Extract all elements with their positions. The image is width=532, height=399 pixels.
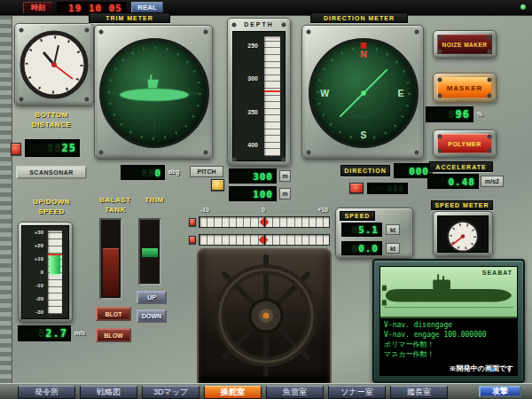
- speed-label: SPEED: [340, 211, 375, 221]
- tab-sonar-room[interactable]: ソナー室: [328, 386, 386, 399]
- depth-target-display: 888 300: [229, 168, 277, 184]
- speed-target-value: 5.1: [358, 224, 379, 236]
- masker-button[interactable]: MASKER: [437, 77, 492, 98]
- trim-meter-scope: [99, 38, 209, 148]
- updown-strip: [47, 230, 63, 315]
- rudder-scale-label: 0: [262, 207, 265, 213]
- trim-down-button[interactable]: DOWN: [137, 309, 167, 323]
- trim-tank-label: TRIM: [140, 195, 168, 205]
- speed-target-unit: kt: [386, 224, 400, 235]
- updown-scale: +30+20+100-10-20-30: [24, 230, 43, 315]
- accelerate-value: 0.48: [449, 176, 476, 187]
- polymer-button[interactable]: POLYMER: [437, 134, 492, 153]
- analog-clock: [18, 27, 90, 103]
- monitor-log-line: ポリマー作動！: [384, 340, 515, 349]
- depth-current-display: 888 100: [229, 186, 277, 201]
- monitor-sub-view: SEABAT: [380, 267, 517, 318]
- ballast-tank-label: BALAST TANK: [92, 195, 138, 215]
- bottom-distance-label: BOTTOM DISTANCE: [11, 110, 92, 129]
- updown-label-line1: UP/DOWN: [11, 197, 92, 207]
- speed-panel: SPEED 88.8 5.1 kt 88.8 0.0 kt: [335, 207, 413, 259]
- bottom-distance-label-line2: DISTANCE: [11, 120, 92, 129]
- updown-scale-label: -10: [35, 283, 43, 288]
- rudder-gauge-2[interactable]: [199, 234, 330, 246]
- tab-captain-room[interactable]: 艦長室: [390, 386, 448, 399]
- direction-sub-display: 888: [367, 183, 408, 194]
- depth-current-unit: m: [279, 188, 291, 200]
- masker-panel: MASKER: [433, 73, 497, 103]
- led-ghost: 888: [387, 184, 404, 193]
- depth-scale-label: 300: [247, 75, 258, 82]
- compass-hub: [361, 90, 366, 96]
- steering-wheel[interactable]: [206, 254, 326, 383]
- depth-gauge-inner: 250300350400: [232, 31, 286, 161]
- direction-value: 000: [409, 165, 429, 176]
- pitch-display: 888 0: [121, 165, 165, 180]
- compass-display: N E S W: [311, 41, 416, 145]
- tab-command-room[interactable]: 発令所: [18, 386, 75, 399]
- updown-speed-gauge: +30+20+100-10-20-30: [18, 222, 73, 323]
- compass-north: N: [360, 50, 367, 59]
- masker-percent-unit: %: [477, 111, 482, 117]
- speed-target-display: 88.8 5.1: [341, 223, 382, 237]
- speed-meter-panel: [433, 211, 493, 257]
- scansonar-button[interactable]: SCANSONAR: [16, 166, 87, 179]
- speed-meter-gauge: [439, 217, 487, 253]
- trim-up-button[interactable]: UP: [137, 291, 167, 304]
- compass-east: E: [397, 89, 403, 98]
- updown-speed-display: 88.8 2.7: [18, 325, 71, 341]
- depth-target-unit: m: [279, 170, 291, 182]
- tab-strategy-map[interactable]: 戦略図: [80, 386, 137, 399]
- monitor-log: V-nav. disengageV-nav. engage 100.000000…: [384, 320, 515, 359]
- direction-meter-scope: N E S W: [309, 38, 419, 148]
- accelerate-label: ACCELERATE: [429, 161, 493, 172]
- submarine-cockpit-screen: 時刻 19 10 05 REAL BOTTOM DISTANCE 8888 25…: [0, 0, 532, 399]
- ballast-blot-button[interactable]: BLOT: [96, 307, 131, 321]
- updown-gauge-inner: +30+20+100-10-20-30: [21, 225, 69, 319]
- clock-hub: [51, 62, 57, 67]
- ballast-tank-meter: [99, 218, 122, 300]
- direction-meter-panel: N E S W: [301, 25, 424, 160]
- depth-indicator-button[interactable]: [211, 179, 224, 191]
- trim-tank-meter: [138, 218, 161, 286]
- updown-scale-label: +30: [35, 230, 43, 235]
- compass-west: W: [320, 89, 329, 98]
- pitch-unit: deg: [168, 168, 179, 175]
- tab-torpedo-room[interactable]: 魚雷室: [266, 386, 324, 399]
- attack-button[interactable]: 攻撃: [479, 386, 521, 397]
- rudder-indicator-2: [189, 236, 196, 244]
- rudder-indicator-1: [189, 218, 196, 226]
- updown-scale-label: +10: [35, 256, 43, 262]
- pitch-label: PITCH: [190, 166, 223, 177]
- time-label-button[interactable]: 時刻: [23, 2, 53, 13]
- tab-3d-map[interactable]: 3Dマップ: [142, 386, 200, 399]
- masker-percent-display: 888 96: [426, 106, 473, 122]
- speedometer-hub: [461, 234, 465, 238]
- accelerate-unit: m/s2: [481, 176, 504, 187]
- tab-helm-room[interactable]: 操舵室: [204, 386, 262, 399]
- top-status-bar: 時刻 19 10 05 REAL: [0, 0, 532, 16]
- monitor-footer-note: ※開発中の画面です: [449, 364, 513, 373]
- ballast-label-line2: TANK: [92, 205, 138, 215]
- direction-meter-title: DIRECTION METER: [310, 12, 408, 23]
- bottom-distance-indicator[interactable]: [11, 143, 21, 155]
- depth-meter-panel: DEPTH 250300350400: [227, 18, 291, 167]
- updown-marker: [48, 254, 62, 255]
- rudder-gauge-1[interactable]: [199, 216, 330, 228]
- trim-meter-panel: [94, 25, 213, 160]
- depth-scale-label: 250: [247, 43, 258, 49]
- updown-scale-label: 0: [41, 270, 43, 275]
- direction-sub-button[interactable]: [349, 183, 364, 193]
- accelerate-display: 8.88 0.48: [427, 174, 479, 189]
- ballast-blow-button[interactable]: BLOW: [96, 328, 131, 342]
- pitch-value: 0: [154, 167, 161, 178]
- masker-percent-value: 96: [456, 108, 470, 121]
- speed-meter-title: SPEED METER: [431, 200, 493, 210]
- noize-maker-button[interactable]: NOIZE MAKER: [437, 35, 492, 54]
- compass-south: S: [361, 130, 367, 140]
- depth-marker: [264, 90, 280, 92]
- rudder-scale-label: +10: [317, 207, 328, 213]
- updown-bar: [50, 254, 60, 274]
- trim-tank-level: [142, 248, 158, 257]
- north-marker-icon: [361, 43, 367, 49]
